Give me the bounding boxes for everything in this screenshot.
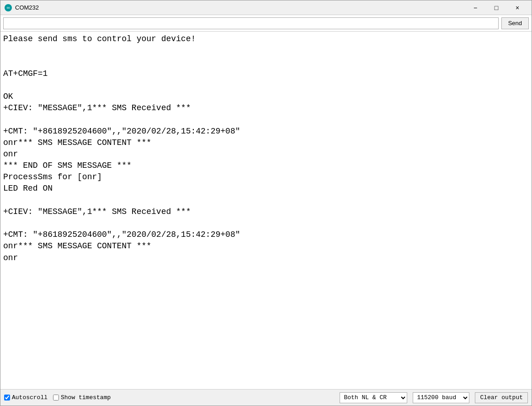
maximize-button[interactable]: □ bbox=[486, 0, 507, 15]
toolbar: Send bbox=[0, 15, 532, 32]
minimize-button[interactable]: − bbox=[465, 0, 486, 15]
window-title: COM232 bbox=[15, 4, 465, 11]
line-ending-select[interactable]: No line ending Newline Carriage return B… bbox=[340, 392, 407, 403]
main-window: COM232 − □ × Send Please send sms to con… bbox=[0, 0, 532, 406]
close-button[interactable]: × bbox=[507, 0, 528, 15]
output-text: Please send sms to control your device! … bbox=[3, 33, 529, 264]
autoscroll-checkbox[interactable] bbox=[4, 395, 10, 401]
autoscroll-label[interactable]: Autoscroll bbox=[4, 394, 48, 401]
send-button[interactable]: Send bbox=[501, 17, 529, 29]
baud-rate-select[interactable]: 300 baud 1200 baud 2400 baud 4800 baud 9… bbox=[413, 392, 469, 403]
status-bar: Autoscroll Show timestamp No line ending… bbox=[0, 389, 532, 406]
show-timestamp-label[interactable]: Show timestamp bbox=[53, 394, 111, 401]
title-bar: COM232 − □ × bbox=[0, 0, 532, 15]
app-icon bbox=[4, 4, 12, 12]
show-timestamp-text: Show timestamp bbox=[61, 394, 111, 401]
message-input[interactable] bbox=[3, 17, 499, 29]
clear-output-button[interactable]: Clear output bbox=[475, 392, 528, 403]
autoscroll-text: Autoscroll bbox=[12, 394, 48, 401]
arduino-logo bbox=[5, 4, 12, 11]
show-timestamp-checkbox[interactable] bbox=[53, 395, 59, 401]
output-area[interactable]: Please send sms to control your device! … bbox=[0, 32, 532, 389]
window-controls: − □ × bbox=[465, 0, 528, 15]
